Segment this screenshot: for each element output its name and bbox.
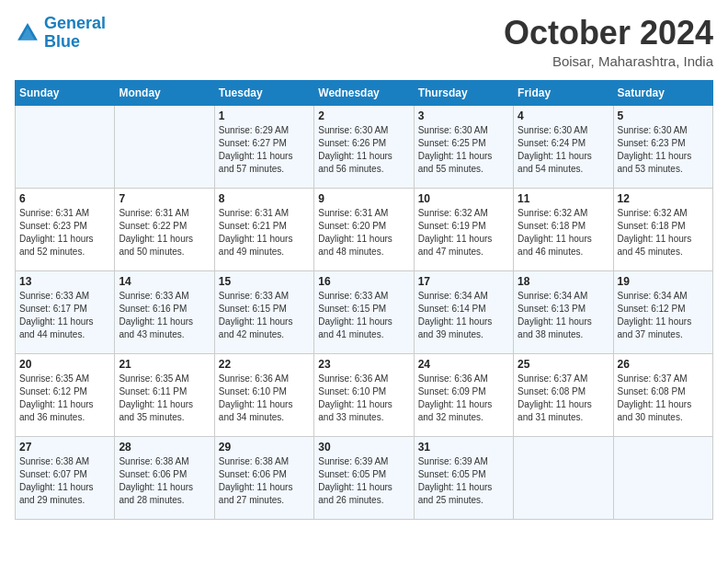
day-info: Sunrise: 6:32 AM Sunset: 6:18 PM Dayligh…	[518, 207, 609, 259]
day-info: Sunrise: 6:34 AM Sunset: 6:12 PM Dayligh…	[618, 290, 709, 341]
day-info: Sunrise: 6:30 AM Sunset: 6:24 PM Dayligh…	[518, 124, 609, 176]
logo-icon	[15, 20, 40, 46]
calendar-cell: 17Sunrise: 6:34 AM Sunset: 6:14 PM Dayli…	[414, 270, 513, 353]
calendar-cell: 9Sunrise: 6:31 AM Sunset: 6:20 PM Daylig…	[314, 188, 414, 270]
day-info: Sunrise: 6:33 AM Sunset: 6:16 PM Dayligh…	[119, 290, 210, 341]
calendar-cell: 18Sunrise: 6:34 AM Sunset: 6:13 PM Dayli…	[514, 270, 613, 353]
header-saturday: Saturday	[613, 80, 712, 105]
day-info: Sunrise: 6:39 AM Sunset: 6:05 PM Dayligh…	[418, 455, 509, 507]
day-number: 12	[618, 192, 709, 205]
day-number: 15	[219, 275, 310, 288]
day-info: Sunrise: 6:30 AM Sunset: 6:23 PM Dayligh…	[618, 124, 709, 176]
day-info: Sunrise: 6:37 AM Sunset: 6:08 PM Dayligh…	[518, 373, 609, 424]
calendar-week-2: 6Sunrise: 6:31 AM Sunset: 6:23 PM Daylig…	[16, 188, 713, 270]
calendar-cell: 25Sunrise: 6:37 AM Sunset: 6:08 PM Dayli…	[514, 353, 613, 436]
day-number: 11	[518, 192, 609, 205]
day-number: 3	[418, 109, 509, 122]
day-number: 29	[219, 441, 310, 454]
day-number: 28	[119, 441, 210, 454]
logo-text: General Blue	[44, 15, 106, 52]
day-info: Sunrise: 6:36 AM Sunset: 6:09 PM Dayligh…	[418, 373, 509, 424]
day-info: Sunrise: 6:30 AM Sunset: 6:25 PM Dayligh…	[418, 124, 509, 176]
day-number: 26	[618, 358, 709, 371]
day-number: 8	[219, 192, 310, 205]
day-number: 1	[219, 109, 310, 122]
day-info: Sunrise: 6:34 AM Sunset: 6:14 PM Dayligh…	[418, 290, 509, 341]
day-number: 10	[418, 192, 509, 205]
calendar-cell: 1Sunrise: 6:29 AM Sunset: 6:27 PM Daylig…	[214, 105, 313, 188]
day-number: 31	[418, 441, 509, 454]
calendar-cell: 10Sunrise: 6:32 AM Sunset: 6:19 PM Dayli…	[414, 188, 513, 270]
calendar-cell: 15Sunrise: 6:33 AM Sunset: 6:15 PM Dayli…	[214, 270, 313, 353]
day-number: 16	[318, 275, 409, 288]
header-friday: Friday	[514, 80, 613, 105]
calendar-cell: 19Sunrise: 6:34 AM Sunset: 6:12 PM Dayli…	[613, 270, 712, 353]
day-number: 6	[19, 192, 110, 205]
calendar-cell: 12Sunrise: 6:32 AM Sunset: 6:18 PM Dayli…	[613, 188, 712, 270]
day-number: 9	[318, 192, 409, 205]
calendar-cell: 14Sunrise: 6:33 AM Sunset: 6:16 PM Dayli…	[115, 270, 214, 353]
calendar-cell: 11Sunrise: 6:32 AM Sunset: 6:18 PM Dayli…	[514, 188, 613, 270]
logo: General Blue	[15, 15, 106, 52]
day-info: Sunrise: 6:35 AM Sunset: 6:12 PM Dayligh…	[19, 373, 110, 424]
title-block: October 2024 Boisar, Maharashtra, India	[504, 15, 713, 69]
day-number: 17	[418, 275, 509, 288]
calendar-cell: 16Sunrise: 6:33 AM Sunset: 6:15 PM Dayli…	[314, 270, 414, 353]
calendar-cell: 30Sunrise: 6:39 AM Sunset: 6:05 PM Dayli…	[314, 436, 414, 519]
header-monday: Monday	[115, 80, 214, 105]
day-info: Sunrise: 6:33 AM Sunset: 6:17 PM Dayligh…	[19, 290, 110, 341]
calendar-cell: 31Sunrise: 6:39 AM Sunset: 6:05 PM Dayli…	[414, 436, 513, 519]
day-number: 7	[119, 192, 210, 205]
calendar-cell: 3Sunrise: 6:30 AM Sunset: 6:25 PM Daylig…	[414, 105, 513, 188]
day-number: 5	[618, 109, 709, 122]
day-number: 14	[119, 275, 210, 288]
calendar-cell	[115, 105, 214, 188]
day-number: 21	[119, 358, 210, 371]
calendar-week-1: 1Sunrise: 6:29 AM Sunset: 6:27 PM Daylig…	[16, 105, 713, 188]
day-info: Sunrise: 6:33 AM Sunset: 6:15 PM Dayligh…	[219, 290, 310, 341]
logo-line1: General	[44, 14, 106, 32]
calendar-week-4: 20Sunrise: 6:35 AM Sunset: 6:12 PM Dayli…	[16, 353, 713, 436]
calendar-cell	[613, 436, 712, 519]
calendar-week-3: 13Sunrise: 6:33 AM Sunset: 6:17 PM Dayli…	[16, 270, 713, 353]
day-number: 20	[19, 358, 110, 371]
day-number: 13	[19, 275, 110, 288]
page-header: General Blue October 2024 Boisar, Mahara…	[15, 15, 713, 69]
calendar-cell: 27Sunrise: 6:38 AM Sunset: 6:07 PM Dayli…	[16, 436, 115, 519]
calendar-cell: 7Sunrise: 6:31 AM Sunset: 6:22 PM Daylig…	[115, 188, 214, 270]
day-number: 24	[418, 358, 509, 371]
calendar-cell: 4Sunrise: 6:30 AM Sunset: 6:24 PM Daylig…	[514, 105, 613, 188]
day-info: Sunrise: 6:31 AM Sunset: 6:21 PM Dayligh…	[219, 207, 310, 259]
calendar-table: Sunday Monday Tuesday Wednesday Thursday…	[15, 80, 713, 520]
day-info: Sunrise: 6:31 AM Sunset: 6:23 PM Dayligh…	[19, 207, 110, 259]
day-number: 19	[618, 275, 709, 288]
day-info: Sunrise: 6:34 AM Sunset: 6:13 PM Dayligh…	[518, 290, 609, 341]
day-number: 30	[318, 441, 409, 454]
day-info: Sunrise: 6:35 AM Sunset: 6:11 PM Dayligh…	[119, 373, 210, 424]
calendar-cell	[16, 105, 115, 188]
day-info: Sunrise: 6:36 AM Sunset: 6:10 PM Dayligh…	[318, 373, 409, 424]
calendar-cell: 5Sunrise: 6:30 AM Sunset: 6:23 PM Daylig…	[613, 105, 712, 188]
header-thursday: Thursday	[414, 80, 513, 105]
day-info: Sunrise: 6:37 AM Sunset: 6:08 PM Dayligh…	[618, 373, 709, 424]
calendar-header-row: Sunday Monday Tuesday Wednesday Thursday…	[16, 80, 713, 105]
calendar-cell: 28Sunrise: 6:38 AM Sunset: 6:06 PM Dayli…	[115, 436, 214, 519]
day-info: Sunrise: 6:38 AM Sunset: 6:06 PM Dayligh…	[119, 455, 210, 507]
day-info: Sunrise: 6:29 AM Sunset: 6:27 PM Dayligh…	[219, 124, 310, 176]
day-info: Sunrise: 6:38 AM Sunset: 6:06 PM Dayligh…	[219, 455, 310, 507]
day-info: Sunrise: 6:33 AM Sunset: 6:15 PM Dayligh…	[318, 290, 409, 341]
calendar-cell: 21Sunrise: 6:35 AM Sunset: 6:11 PM Dayli…	[115, 353, 214, 436]
day-number: 18	[518, 275, 609, 288]
day-number: 4	[518, 109, 609, 122]
calendar-week-5: 27Sunrise: 6:38 AM Sunset: 6:07 PM Dayli…	[16, 436, 713, 519]
calendar-cell: 23Sunrise: 6:36 AM Sunset: 6:10 PM Dayli…	[314, 353, 414, 436]
logo-line2: Blue	[44, 32, 80, 51]
calendar-cell: 6Sunrise: 6:31 AM Sunset: 6:23 PM Daylig…	[16, 188, 115, 270]
calendar-cell: 2Sunrise: 6:30 AM Sunset: 6:26 PM Daylig…	[314, 105, 414, 188]
calendar-cell: 29Sunrise: 6:38 AM Sunset: 6:06 PM Dayli…	[214, 436, 313, 519]
header-wednesday: Wednesday	[314, 80, 414, 105]
day-info: Sunrise: 6:39 AM Sunset: 6:05 PM Dayligh…	[318, 455, 409, 507]
day-number: 2	[318, 109, 409, 122]
calendar-cell: 8Sunrise: 6:31 AM Sunset: 6:21 PM Daylig…	[214, 188, 313, 270]
location: Boisar, Maharashtra, India	[504, 53, 713, 69]
